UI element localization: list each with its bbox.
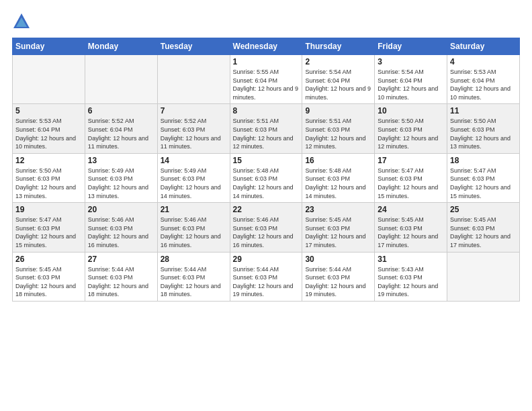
day-number: 10 [378, 106, 444, 116]
day-cell: 13Sunrise: 5:49 AM Sunset: 6:03 PM Dayli… [85, 153, 157, 202]
day-cell: 3Sunrise: 5:54 AM Sunset: 6:04 PM Daylig… [375, 55, 447, 104]
day-number: 29 [233, 255, 300, 264]
day-number: 30 [305, 255, 371, 264]
day-cell [85, 55, 157, 104]
day-cell: 22Sunrise: 5:46 AM Sunset: 6:03 PM Dayli… [230, 203, 302, 252]
day-cell: 2Sunrise: 5:54 AM Sunset: 6:04 PM Daylig… [302, 55, 375, 104]
day-cell: 30Sunrise: 5:44 AM Sunset: 6:03 PM Dayli… [302, 252, 375, 301]
day-number: 14 [161, 156, 227, 165]
day-number: 26 [15, 255, 82, 264]
day-number: 22 [233, 205, 300, 214]
day-info: Sunrise: 5:46 AM Sunset: 6:03 PM Dayligh… [88, 216, 154, 249]
day-info: Sunrise: 5:47 AM Sunset: 6:03 PM Dayligh… [378, 167, 444, 200]
week-row-4: 19Sunrise: 5:47 AM Sunset: 6:03 PM Dayli… [13, 203, 520, 252]
day-cell: 10Sunrise: 5:50 AM Sunset: 6:03 PM Dayli… [375, 104, 447, 153]
day-cell: 25Sunrise: 5:45 AM Sunset: 6:03 PM Dayli… [447, 203, 520, 252]
day-info: Sunrise: 5:43 AM Sunset: 6:03 PM Dayligh… [378, 265, 444, 299]
day-number: 6 [88, 106, 154, 116]
day-number: 19 [15, 205, 82, 214]
day-cell: 20Sunrise: 5:46 AM Sunset: 6:03 PM Dayli… [85, 203, 157, 252]
day-cell: 18Sunrise: 5:47 AM Sunset: 6:03 PM Dayli… [447, 153, 520, 202]
day-number: 7 [161, 106, 227, 116]
day-info: Sunrise: 5:48 AM Sunset: 6:03 PM Dayligh… [305, 167, 371, 200]
day-number: 8 [233, 106, 300, 116]
day-info: Sunrise: 5:46 AM Sunset: 6:03 PM Dayligh… [233, 216, 300, 249]
day-info: Sunrise: 5:45 AM Sunset: 6:03 PM Dayligh… [450, 216, 517, 249]
day-cell: 27Sunrise: 5:44 AM Sunset: 6:03 PM Dayli… [85, 252, 157, 301]
day-number: 24 [378, 205, 444, 214]
day-cell: 28Sunrise: 5:44 AM Sunset: 6:03 PM Dayli… [157, 252, 230, 301]
day-info: Sunrise: 5:45 AM Sunset: 6:03 PM Dayligh… [15, 265, 82, 299]
day-cell: 5Sunrise: 5:53 AM Sunset: 6:04 PM Daylig… [13, 104, 85, 153]
day-cell: 8Sunrise: 5:51 AM Sunset: 6:03 PM Daylig… [230, 104, 302, 153]
day-number: 12 [15, 156, 82, 165]
day-cell: 1Sunrise: 5:55 AM Sunset: 6:04 PM Daylig… [230, 55, 302, 104]
day-cell: 14Sunrise: 5:49 AM Sunset: 6:03 PM Dayli… [157, 153, 230, 202]
day-info: Sunrise: 5:49 AM Sunset: 6:03 PM Dayligh… [88, 167, 154, 200]
day-info: Sunrise: 5:50 AM Sunset: 6:03 PM Dayligh… [450, 117, 517, 150]
logo [12, 12, 34, 31]
day-cell: 26Sunrise: 5:45 AM Sunset: 6:03 PM Dayli… [13, 252, 85, 301]
day-number: 20 [88, 205, 154, 214]
day-cell: 21Sunrise: 5:46 AM Sunset: 6:03 PM Dayli… [157, 203, 230, 252]
day-number: 9 [305, 106, 371, 116]
col-header-saturday: Saturday [447, 38, 520, 55]
calendar-table: SundayMondayTuesdayWednesdayThursdayFrid… [12, 38, 520, 302]
week-row-5: 26Sunrise: 5:45 AM Sunset: 6:03 PM Dayli… [13, 252, 520, 301]
day-info: Sunrise: 5:48 AM Sunset: 6:03 PM Dayligh… [233, 167, 300, 200]
day-info: Sunrise: 5:51 AM Sunset: 6:03 PM Dayligh… [305, 117, 371, 150]
day-cell: 7Sunrise: 5:52 AM Sunset: 6:03 PM Daylig… [157, 104, 230, 153]
day-info: Sunrise: 5:45 AM Sunset: 6:03 PM Dayligh… [305, 216, 371, 249]
day-info: Sunrise: 5:53 AM Sunset: 6:04 PM Dayligh… [450, 68, 517, 101]
day-number: 21 [161, 205, 227, 214]
day-number: 27 [88, 255, 154, 264]
day-info: Sunrise: 5:44 AM Sunset: 6:03 PM Dayligh… [305, 265, 371, 299]
day-number: 11 [450, 106, 517, 116]
day-cell: 12Sunrise: 5:50 AM Sunset: 6:03 PM Dayli… [13, 153, 85, 202]
day-cell: 11Sunrise: 5:50 AM Sunset: 6:03 PM Dayli… [447, 104, 520, 153]
day-info: Sunrise: 5:47 AM Sunset: 6:03 PM Dayligh… [15, 216, 82, 249]
day-cell: 9Sunrise: 5:51 AM Sunset: 6:03 PM Daylig… [302, 104, 375, 153]
day-cell [447, 252, 520, 301]
col-header-wednesday: Wednesday [230, 38, 302, 55]
header-row: SundayMondayTuesdayWednesdayThursdayFrid… [13, 38, 520, 55]
day-number: 2 [305, 57, 371, 66]
day-cell: 23Sunrise: 5:45 AM Sunset: 6:03 PM Dayli… [302, 203, 375, 252]
day-info: Sunrise: 5:52 AM Sunset: 6:04 PM Dayligh… [88, 117, 154, 150]
day-cell: 31Sunrise: 5:43 AM Sunset: 6:03 PM Dayli… [375, 252, 447, 301]
day-info: Sunrise: 5:50 AM Sunset: 6:03 PM Dayligh… [15, 167, 82, 200]
header [12, 12, 520, 31]
col-header-friday: Friday [375, 38, 447, 55]
day-number: 3 [378, 57, 444, 66]
day-number: 28 [161, 255, 227, 264]
day-cell: 29Sunrise: 5:44 AM Sunset: 6:03 PM Dayli… [230, 252, 302, 301]
day-cell [157, 55, 230, 104]
day-info: Sunrise: 5:44 AM Sunset: 6:03 PM Dayligh… [233, 265, 300, 299]
day-number: 13 [88, 156, 154, 165]
day-number: 4 [450, 57, 517, 66]
day-info: Sunrise: 5:50 AM Sunset: 6:03 PM Dayligh… [378, 117, 444, 150]
col-header-sunday: Sunday [13, 38, 85, 55]
day-info: Sunrise: 5:52 AM Sunset: 6:03 PM Dayligh… [161, 117, 227, 150]
day-info: Sunrise: 5:51 AM Sunset: 6:03 PM Dayligh… [233, 117, 300, 150]
col-header-tuesday: Tuesday [157, 38, 230, 55]
day-number: 16 [305, 156, 371, 165]
day-number: 18 [450, 156, 517, 165]
day-info: Sunrise: 5:53 AM Sunset: 6:04 PM Dayligh… [15, 117, 82, 150]
day-number: 25 [450, 205, 517, 214]
day-info: Sunrise: 5:45 AM Sunset: 6:03 PM Dayligh… [378, 216, 444, 249]
day-cell [13, 55, 85, 104]
day-number: 17 [378, 156, 444, 165]
day-number: 15 [233, 156, 300, 165]
day-info: Sunrise: 5:44 AM Sunset: 6:03 PM Dayligh… [88, 265, 154, 299]
day-number: 23 [305, 205, 371, 214]
day-cell: 24Sunrise: 5:45 AM Sunset: 6:03 PM Dayli… [375, 203, 447, 252]
day-info: Sunrise: 5:49 AM Sunset: 6:03 PM Dayligh… [161, 167, 227, 200]
week-row-1: 1Sunrise: 5:55 AM Sunset: 6:04 PM Daylig… [13, 55, 520, 104]
day-cell: 4Sunrise: 5:53 AM Sunset: 6:04 PM Daylig… [447, 55, 520, 104]
day-cell: 17Sunrise: 5:47 AM Sunset: 6:03 PM Dayli… [375, 153, 447, 202]
day-cell: 19Sunrise: 5:47 AM Sunset: 6:03 PM Dayli… [13, 203, 85, 252]
day-info: Sunrise: 5:54 AM Sunset: 6:04 PM Dayligh… [378, 68, 444, 101]
day-number: 31 [378, 255, 444, 264]
week-row-2: 5Sunrise: 5:53 AM Sunset: 6:04 PM Daylig… [13, 104, 520, 153]
